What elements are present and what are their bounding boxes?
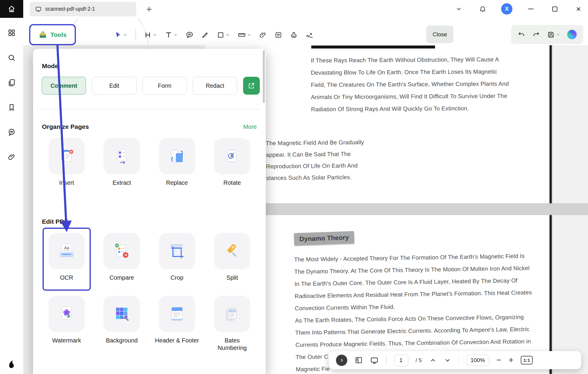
- stamp-tool[interactable]: [288, 29, 299, 40]
- note-comment-tool[interactable]: [184, 29, 195, 40]
- open-external-button[interactable]: [243, 77, 260, 95]
- chevron-down-icon[interactable]: [153, 33, 157, 37]
- organize-item-extract[interactable]: Extract: [94, 138, 150, 188]
- page1-line: Field, The Creatures On The Earth's Surf…: [311, 78, 509, 91]
- zoom-in-button[interactable]: +: [509, 356, 514, 364]
- close-toolbar-button[interactable]: Close: [426, 26, 453, 43]
- organize-item-label: Insert: [59, 179, 74, 187]
- page1-line: Animals Or Tiny Microorganisms, Will Fin…: [311, 90, 509, 103]
- organize-section-title: Organize Pages: [42, 123, 89, 130]
- pen-marker-tool[interactable]: [200, 29, 211, 40]
- tab-title: scanned-pdf-updf-2-1: [45, 6, 95, 12]
- panel-scrollbar[interactable]: [263, 51, 265, 103]
- edit-item-split[interactable]: Split: [205, 233, 260, 283]
- statusbar-divider: [386, 356, 387, 364]
- user-avatar[interactable]: X: [501, 3, 512, 15]
- redo-button[interactable]: [532, 31, 540, 38]
- toolbar-divider: [135, 29, 136, 40]
- minimize-button[interactable]: [526, 4, 536, 14]
- edit-item-bates-numbering[interactable]: 000123 Bates Numbering: [205, 296, 260, 353]
- watermark-icon: [49, 296, 85, 332]
- edit-item-label: Compare: [110, 274, 134, 281]
- organize-item-insert[interactable]: Insert: [39, 138, 94, 188]
- zoom-level[interactable]: 100%: [466, 355, 489, 366]
- mode-button-form[interactable]: Form: [143, 77, 187, 95]
- edit-item-compare[interactable]: Compare: [94, 233, 150, 283]
- presentation-mode-icon[interactable]: [370, 356, 379, 364]
- new-tab-button[interactable]: [143, 4, 155, 15]
- search-icon[interactable]: [7, 54, 16, 62]
- organize-item-label: Extract: [112, 179, 131, 187]
- edit-item-crop[interactable]: Crop: [149, 233, 205, 283]
- organize-item-rotate[interactable]: A Rotate: [205, 138, 260, 188]
- select-tool[interactable]: [112, 29, 129, 40]
- zoom-out-button[interactable]: −: [497, 356, 501, 364]
- page1-partial-line: appear. It Can Be Said That The: [266, 148, 364, 161]
- tools-button[interactable]: Tools: [29, 24, 76, 45]
- measure-tool[interactable]: [236, 29, 253, 41]
- replace-icon: [159, 138, 195, 174]
- mode-button-redact[interactable]: Redact: [193, 77, 237, 95]
- next-page-button[interactable]: [444, 357, 451, 364]
- apps-grid-icon[interactable]: [7, 29, 16, 37]
- bookmark-icon[interactable]: [8, 104, 15, 111]
- attachments-icon[interactable]: [8, 153, 16, 161]
- edit-item-label: Split: [226, 274, 238, 281]
- page-thumbnails-icon[interactable]: [355, 356, 363, 364]
- viewer-status-bar: / 5 100% − + 1:1: [329, 351, 581, 369]
- background-icon: [104, 296, 140, 332]
- maximize-button[interactable]: [549, 4, 560, 14]
- pages-thumbnails-icon[interactable]: [7, 79, 16, 87]
- statusbar-divider: [459, 356, 459, 364]
- signature-tool[interactable]: [304, 29, 315, 41]
- page1-partial-paragraph: The Magnetic Field And Be Gradually appe…: [266, 137, 365, 184]
- highlight-tool[interactable]: [142, 29, 159, 40]
- chevron-down-icon[interactable]: [247, 33, 251, 37]
- tab-list-dropdown[interactable]: [453, 4, 464, 14]
- edit-item-header-footer[interactable]: Header & Footer: [149, 296, 205, 353]
- sticker-tool[interactable]: [273, 29, 284, 40]
- organize-item-label: Rotate: [223, 179, 241, 187]
- page1-line: Devastating Blow To Life On Earth. Once …: [311, 65, 509, 79]
- ocr-icon: Aa: [49, 233, 85, 269]
- toolbox-icon: [38, 30, 47, 39]
- updf-logo-icon: [0, 359, 23, 369]
- header-footer-icon: [159, 296, 195, 332]
- chevron-down-icon[interactable]: [226, 33, 230, 37]
- chevron-down-icon[interactable]: [123, 33, 127, 37]
- edit-item-watermark[interactable]: Watermark: [39, 296, 94, 353]
- close-window-button[interactable]: ✕: [573, 4, 584, 14]
- page-number-input[interactable]: [394, 354, 408, 366]
- edit-item-background[interactable]: Background: [94, 296, 150, 353]
- page1-divider-bar: [311, 46, 435, 48]
- edit-item-label: Bates Numbering: [210, 337, 254, 352]
- dynamo-theory-heading: Dynamo Theory: [294, 231, 354, 245]
- scan-edge-page2: [550, 215, 552, 374]
- more-link[interactable]: More: [243, 123, 257, 130]
- text-tool[interactable]: [163, 29, 179, 40]
- document-tab[interactable]: scanned-pdf-updf-2-1: [30, 2, 136, 16]
- save-button[interactable]: [547, 31, 560, 38]
- page-total-label: / 5: [416, 357, 422, 364]
- edit-item-label: Header & Footer: [155, 337, 199, 344]
- mode-button-comment[interactable]: Comment: [42, 77, 86, 95]
- chevron-down-icon[interactable]: [173, 33, 178, 37]
- page1-line: Radiation Of Strong Rays And Will Quickl…: [311, 102, 509, 115]
- notifications-bell-icon[interactable]: [477, 4, 488, 14]
- expand-panel-button[interactable]: [336, 355, 347, 366]
- home-button[interactable]: [0, 0, 23, 18]
- comments-icon[interactable]: [7, 128, 16, 136]
- undo-button[interactable]: [517, 31, 525, 38]
- ai-assistant-icon[interactable]: [567, 30, 577, 39]
- attachment-tool[interactable]: [257, 29, 268, 40]
- page1-line: If These Rays Reach The Earth Without Ob…: [311, 53, 509, 67]
- edit-item-ocr[interactable]: Aa OCR: [39, 233, 94, 283]
- mode-section-title: Mode: [42, 62, 260, 70]
- edit-item-label: Watermark: [52, 337, 81, 344]
- previous-page-button[interactable]: [429, 357, 437, 364]
- split-icon: [214, 233, 250, 269]
- actual-size-button[interactable]: 1:1: [521, 356, 533, 364]
- mode-button-edit[interactable]: Edit: [92, 77, 136, 95]
- shape-tool[interactable]: [215, 29, 232, 40]
- organize-item-replace[interactable]: Replace: [149, 138, 205, 188]
